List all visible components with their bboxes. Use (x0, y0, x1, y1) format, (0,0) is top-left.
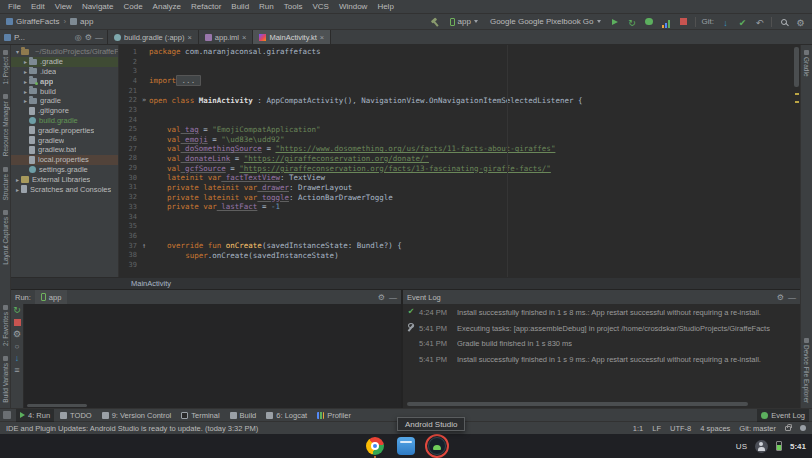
taskbar-android-studio-icon[interactable] (428, 437, 446, 455)
stop-process-button[interactable] (12, 318, 23, 327)
update-project-button[interactable]: ↓ (720, 16, 731, 28)
code-line[interactable]: 24 (119, 115, 800, 125)
run-console[interactable] (24, 304, 401, 408)
status-git-master[interactable]: Git: master (739, 424, 776, 433)
stripe-2-favorites[interactable]: 2: Favorites (2, 300, 9, 351)
toolwindow-build[interactable]: Build (226, 409, 261, 422)
chevron-icon[interactable]: ▸ (22, 88, 29, 95)
chevron-icon[interactable]: ▸ (22, 68, 29, 75)
toolwindow-terminal[interactable]: Terminal (177, 409, 223, 422)
code-line[interactable]: 29 val gcfSource = "https://giraffeconse… (119, 163, 800, 173)
tree-item-gradlew-bat[interactable]: gradlew.bat (11, 145, 118, 155)
code-line[interactable]: 30 lateinit var factTextView: TextView (119, 173, 800, 183)
tree-item-gradlew[interactable]: gradlew (11, 135, 118, 145)
build-hammer-button[interactable] (430, 16, 441, 28)
tab-app-iml[interactable]: app.iml (199, 30, 254, 44)
lock-icon[interactable] (785, 426, 791, 431)
run-minimize-icon[interactable]: — (389, 293, 397, 302)
debug-button[interactable] (644, 16, 655, 28)
menu-navigate[interactable]: Navigate (77, 2, 119, 11)
commit-button[interactable]: ✔ (737, 16, 748, 28)
rerun-button[interactable]: ↻ (12, 306, 23, 315)
run-tab-app[interactable]: app (35, 290, 68, 304)
soft-wrap-button[interactable]: ≡ (12, 366, 23, 375)
tree-item-gitignore[interactable]: .gitignore (11, 106, 118, 116)
breadcrumb-project[interactable]: GiraffeFacts (16, 17, 59, 26)
code-line[interactable]: 32 private lateinit var toggle: ActionBa… (119, 192, 800, 202)
run-settings-gear-icon[interactable]: ⚙ (378, 293, 385, 302)
run-configuration-dropdown[interactable]: app (447, 15, 481, 28)
device-selector-dropdown[interactable]: Google Google Pixelbook Go (487, 15, 604, 28)
chevron-icon[interactable]: ▸ (14, 176, 21, 183)
chevron-icon[interactable]: ▾ (14, 48, 21, 55)
code-line[interactable]: 34 (119, 212, 800, 222)
toolwindow-profiler[interactable]: Profiler (313, 409, 355, 422)
tree-item-scratches-and-consoles[interactable]: ▸Scratches and Consoles (11, 184, 118, 194)
menu-tools[interactable]: Tools (279, 2, 308, 11)
menu-file[interactable]: File (3, 2, 26, 11)
profiler-button[interactable] (661, 16, 672, 28)
menu-analyze[interactable]: Analyze (148, 2, 186, 11)
tree-item-app[interactable]: ▸app (11, 76, 118, 86)
rollback-button[interactable]: ↶ (754, 16, 765, 28)
code-line[interactable]: 26 val emoji = "\ud83e\udd92" (119, 134, 800, 144)
tree-item-gradle[interactable]: ▸gradle (11, 96, 118, 106)
tab-close-icon[interactable] (187, 33, 191, 42)
code-line[interactable]: 2 (119, 57, 800, 67)
status-utf-8[interactable]: UTF-8 (670, 424, 691, 433)
code-line[interactable]: 25 val tag = "EmojiCompatApplication" (119, 125, 800, 135)
apply-changes-button[interactable]: ↻ (627, 16, 638, 28)
toolwindow-9-version-control[interactable]: 9: Version Control (98, 409, 176, 422)
tree-item-local-properties[interactable]: local.properties (11, 155, 118, 165)
stripe-resource-manager[interactable]: Resource Manager (2, 89, 9, 161)
settings-button[interactable]: ⚙ (795, 16, 806, 28)
menu-code[interactable]: Code (118, 2, 147, 11)
user-account-icon[interactable] (755, 440, 768, 453)
toolwindow-6-logcat[interactable]: 6: Logcat (262, 409, 311, 422)
tab-build-gradle-app[interactable]: build.gradle (:app) (108, 30, 199, 44)
clock[interactable]: 5:41 (790, 442, 806, 451)
toolwindow-event-log[interactable]: Event Log (757, 409, 809, 422)
code-line[interactable]: 22»open class MainActivity : AppCompatAc… (119, 95, 800, 105)
event-log-settings-gear-icon[interactable]: ⚙ (777, 293, 784, 302)
run-button[interactable] (610, 16, 621, 28)
search-everywhere-button[interactable] (778, 16, 789, 28)
battery-icon[interactable] (776, 441, 782, 451)
chevron-icon[interactable]: ▸ (22, 58, 29, 65)
menu-run[interactable]: Run (254, 2, 279, 11)
event-log-minimize-icon[interactable]: — (788, 293, 796, 302)
tool-window-corner-icon[interactable] (3, 411, 11, 419)
code-line[interactable]: 28 val donateLink = "https://giraffecons… (119, 154, 800, 164)
event-log-entry[interactable]: 5:41 PMExecuting tasks: [app:assembleDeb… (407, 324, 796, 333)
project-panel-title[interactable]: P... (14, 33, 25, 42)
code-line[interactable]: 31 private lateinit var drawer: DrawerLa… (119, 183, 800, 193)
scroll-to-end-button[interactable]: ↓ (12, 354, 23, 363)
status-4-spaces[interactable]: 4 spaces (700, 424, 730, 433)
menu-vcs[interactable]: VCS (307, 2, 333, 11)
tree-item-build[interactable]: ▸build (11, 86, 118, 96)
stripe-gradle[interactable]: Gradle (803, 45, 810, 82)
tree-item-settings-gradle[interactable]: settings.gradle (11, 165, 118, 175)
notifications-icon[interactable] (800, 425, 806, 431)
toolwindow-4-run[interactable]: 4: Run (16, 409, 54, 422)
code-line[interactable]: 27 val doSomethingSource = "https://www.… (119, 144, 800, 154)
tree-item-gradle[interactable]: ▸.gradle (11, 57, 118, 67)
scroll-from-source-icon[interactable]: ◎ (75, 33, 82, 42)
taskbar-chrome-icon[interactable] (366, 437, 384, 455)
breadcrumb-module[interactable]: app (80, 17, 93, 26)
event-log-scrollbar[interactable] (407, 402, 748, 406)
stripe-1-project[interactable]: 1: Project (2, 45, 9, 89)
stripe-build-variants[interactable]: Build Variants (2, 351, 9, 408)
taskbar-files-icon[interactable] (397, 437, 415, 455)
stop-button[interactable] (678, 16, 689, 28)
event-log-entry[interactable]: 5:41 PMInstall successfully finished in … (407, 355, 796, 364)
code-line[interactable]: 36 (119, 231, 800, 241)
code-line[interactable]: 35 (119, 221, 800, 231)
code-editor[interactable]: 1package com.naranjaconsal.giraffefacts2… (119, 45, 800, 277)
chevron-icon[interactable]: ▸ (22, 97, 29, 104)
code-line[interactable]: 21 (119, 86, 800, 96)
status-message[interactable]: IDE and Plugin Updates: Android Studio i… (6, 424, 258, 433)
status-1-1[interactable]: 1:1 (633, 424, 643, 433)
breadcrumb-class[interactable]: MainActivity (131, 279, 171, 288)
editor-scrollbar[interactable] (794, 47, 799, 87)
